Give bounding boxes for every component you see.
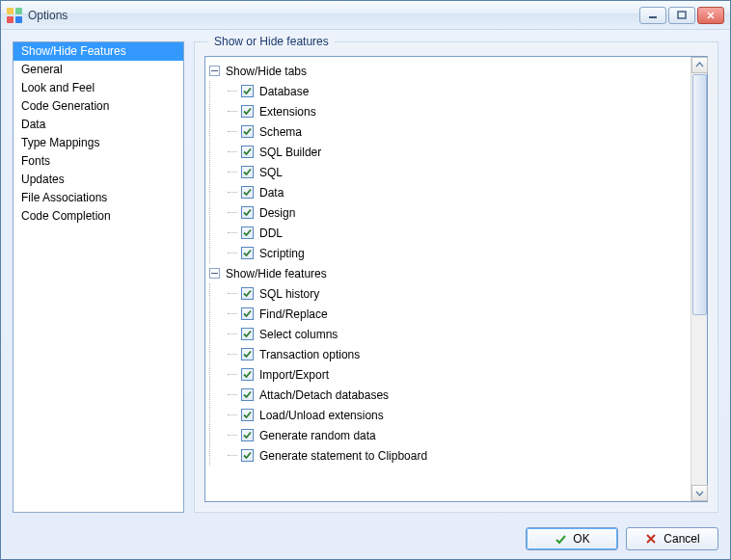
tree-leaf[interactable]: Load/Unload extensions: [228, 405, 690, 425]
tree-leaf-label: Select columns: [259, 328, 338, 341]
tree-leaf[interactable]: Database: [228, 81, 690, 101]
tree-leaf[interactable]: Find/Replace: [228, 304, 690, 324]
scroll-down-button[interactable]: [691, 485, 708, 501]
options-window: Options Show/Hide FeaturesGeneralLook an…: [0, 0, 731, 560]
dialog-body: Show/Hide FeaturesGeneralLook and FeelCo…: [1, 30, 730, 519]
chevron-up-icon: [695, 61, 704, 69]
tree-leaf[interactable]: Transaction options: [228, 344, 690, 364]
tree-leaf[interactable]: Design: [228, 202, 690, 223]
tree-node-row[interactable]: Show/Hide tabs: [209, 61, 690, 81]
checkbox[interactable]: [241, 146, 254, 158]
sidebar-item[interactable]: Fonts: [14, 152, 183, 171]
tree-leaf[interactable]: Data: [228, 182, 690, 202]
scroll-up-button[interactable]: [691, 57, 708, 73]
tree-leaf[interactable]: Generate random data: [228, 425, 690, 445]
feature-tree-container: Show/Hide tabsDatabaseExtensionsSchemaSQ…: [204, 56, 708, 502]
tree-leaf[interactable]: Schema: [228, 121, 690, 142]
vertical-scrollbar[interactable]: [690, 57, 707, 501]
scroll-thumb[interactable]: [692, 74, 707, 315]
window-controls: [639, 7, 724, 24]
checkbox[interactable]: [241, 85, 254, 97]
ok-button[interactable]: OK: [526, 527, 618, 550]
tree-node: Show/Hide tabsDatabaseExtensionsSchemaSQ…: [209, 61, 690, 263]
checkbox[interactable]: [241, 429, 254, 441]
tree-leaf-label: Extensions: [259, 105, 316, 119]
checkbox[interactable]: [241, 307, 254, 320]
tree-children: DatabaseExtensionsSchemaSQL BuilderSQLDa…: [209, 81, 690, 263]
tree-leaf-label: Database: [259, 85, 309, 98]
cancel-button-label: Cancel: [663, 532, 699, 546]
tree-leaf[interactable]: Import/Export: [228, 364, 690, 385]
maximize-button[interactable]: [668, 7, 695, 24]
collapse-icon[interactable]: [209, 66, 220, 76]
tree-leaf[interactable]: Select columns: [228, 324, 690, 344]
checkbox[interactable]: [241, 186, 254, 199]
sidebar-item[interactable]: Code Completion: [14, 207, 183, 226]
sidebar-item[interactable]: Show/Hide Features: [14, 42, 183, 61]
checkbox[interactable]: [241, 206, 254, 219]
minimize-button[interactable]: [639, 7, 666, 24]
sidebar-item-label: Look and Feel: [21, 81, 95, 94]
tree-node-label: Show/Hide tabs: [226, 65, 307, 78]
tree-leaf[interactable]: Generate statement to Clipboard: [228, 445, 690, 466]
tree-leaf[interactable]: SQL history: [228, 283, 690, 304]
tree-leaf[interactable]: SQL Builder: [228, 142, 690, 162]
maximize-icon: [677, 11, 687, 20]
sidebar-item[interactable]: Updates: [14, 171, 183, 189]
sidebar-item[interactable]: General: [14, 61, 183, 79]
checkbox[interactable]: [241, 388, 254, 401]
checkbox[interactable]: [241, 368, 254, 381]
tree-leaf-label: SQL: [259, 166, 283, 179]
sidebar-item-label: Show/Hide Features: [21, 44, 126, 58]
tree-leaf[interactable]: Scripting: [228, 243, 690, 263]
checkbox[interactable]: [241, 166, 254, 178]
ok-button-label: OK: [573, 532, 589, 546]
tree-leaf[interactable]: Attach/Detach databases: [228, 385, 690, 405]
collapse-icon[interactable]: [209, 268, 220, 279]
sidebar-item-label: General: [21, 63, 63, 76]
tree-children: SQL historyFind/ReplaceSelect columnsTra…: [209, 283, 690, 466]
sidebar-item[interactable]: File Associations: [14, 189, 183, 207]
tree-leaf-label: Scripting: [259, 247, 305, 260]
checkbox[interactable]: [241, 409, 254, 421]
titlebar[interactable]: Options: [1, 1, 730, 30]
sidebar-item-label: Type Mappings: [21, 136, 99, 149]
sidebar-item[interactable]: Data: [14, 116, 183, 134]
tree-leaf[interactable]: Extensions: [228, 101, 690, 121]
chevron-down-icon: [695, 489, 704, 497]
minimize-icon: [648, 11, 658, 20]
tree-leaf-label: SQL Builder: [259, 146, 321, 159]
tree-leaf-label: Data: [259, 186, 284, 200]
tree-leaf-label: Load/Unload extensions: [259, 409, 384, 422]
checkbox[interactable]: [241, 449, 254, 462]
close-icon: [706, 11, 716, 20]
sidebar-item-label: Fonts: [21, 154, 50, 168]
tree-leaf[interactable]: DDL: [228, 223, 690, 243]
close-button[interactable]: [697, 7, 724, 24]
sidebar-item-label: Code Completion: [21, 209, 111, 223]
checkbox[interactable]: [241, 247, 254, 259]
sidebar-item-label: Updates: [21, 173, 65, 186]
tree-leaf-label: Generate statement to Clipboard: [259, 449, 427, 463]
cancel-button[interactable]: Cancel: [626, 527, 718, 550]
window-title: Options: [28, 9, 639, 22]
dialog-footer: OK Cancel: [1, 519, 730, 559]
sidebar-item[interactable]: Look and Feel: [14, 79, 183, 97]
checkbox[interactable]: [241, 105, 254, 118]
app-icon: [7, 8, 22, 23]
sidebar-item-label: Code Generation: [21, 99, 109, 113]
sidebar-item[interactable]: Code Generation: [14, 97, 183, 116]
category-sidebar[interactable]: Show/Hide FeaturesGeneralLook and FeelCo…: [13, 41, 184, 513]
cross-icon: [644, 532, 658, 546]
feature-tree[interactable]: Show/Hide tabsDatabaseExtensionsSchemaSQ…: [205, 57, 690, 501]
tree-leaf-label: Schema: [259, 125, 302, 139]
checkbox[interactable]: [241, 125, 254, 138]
checkbox[interactable]: [241, 328, 254, 340]
checkbox[interactable]: [241, 227, 254, 239]
sidebar-item-label: File Associations: [21, 191, 107, 204]
sidebar-item[interactable]: Type Mappings: [14, 134, 183, 152]
checkbox[interactable]: [241, 348, 254, 360]
tree-node-row[interactable]: Show/Hide features: [209, 263, 690, 283]
checkbox[interactable]: [241, 287, 254, 300]
tree-leaf[interactable]: SQL: [228, 162, 690, 182]
